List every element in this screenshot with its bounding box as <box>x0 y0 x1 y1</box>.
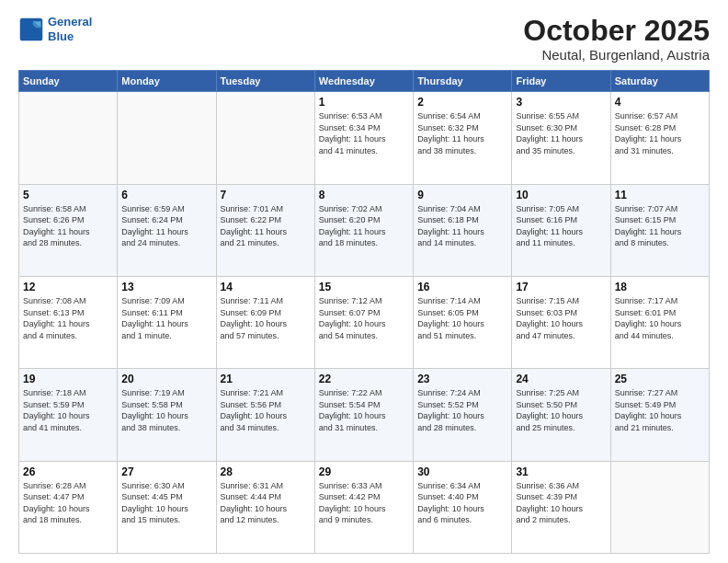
day-number: 24 <box>516 373 606 385</box>
day-number: 17 <box>516 281 606 293</box>
calendar-cell <box>216 92 314 184</box>
day-info: Sunrise: 6:53 AM Sunset: 6:34 PM Dayligh… <box>319 110 409 156</box>
calendar-cell: 17Sunrise: 7:15 AM Sunset: 6:03 PM Dayli… <box>512 276 610 368</box>
day-number: 6 <box>121 189 211 201</box>
calendar-cell: 28Sunrise: 6:31 AM Sunset: 4:44 PM Dayli… <box>216 461 314 553</box>
calendar-cell: 7Sunrise: 7:01 AM Sunset: 6:22 PM Daylig… <box>216 184 314 276</box>
logo: General Blue <box>18 15 92 43</box>
calendar-cell: 11Sunrise: 7:07 AM Sunset: 6:15 PM Dayli… <box>610 184 709 276</box>
day-number: 18 <box>615 281 705 293</box>
day-info: Sunrise: 6:54 AM Sunset: 6:32 PM Dayligh… <box>417 110 507 156</box>
weekday-header-wednesday: Wednesday <box>314 71 413 92</box>
calendar-cell: 9Sunrise: 7:04 AM Sunset: 6:18 PM Daylig… <box>414 184 512 276</box>
week-row-2: 5Sunrise: 6:58 AM Sunset: 6:26 PM Daylig… <box>19 184 710 276</box>
day-number: 21 <box>221 373 311 385</box>
calendar-cell: 15Sunrise: 7:12 AM Sunset: 6:07 PM Dayli… <box>314 276 413 368</box>
day-info: Sunrise: 7:14 AM Sunset: 6:05 PM Dayligh… <box>417 295 507 341</box>
day-number: 25 <box>615 373 705 385</box>
day-info: Sunrise: 7:21 AM Sunset: 5:56 PM Dayligh… <box>221 387 311 433</box>
day-info: Sunrise: 6:55 AM Sunset: 6:30 PM Dayligh… <box>516 110 606 156</box>
day-info: Sunrise: 7:02 AM Sunset: 6:20 PM Dayligh… <box>319 203 409 249</box>
day-number: 31 <box>516 465 606 478</box>
day-number: 15 <box>319 281 409 293</box>
calendar-cell: 8Sunrise: 7:02 AM Sunset: 6:20 PM Daylig… <box>314 184 413 276</box>
location-title: Neutal, Burgenland, Austria <box>523 47 710 63</box>
day-info: Sunrise: 7:27 AM Sunset: 5:49 PM Dayligh… <box>615 387 705 433</box>
day-info: Sunrise: 7:25 AM Sunset: 5:50 PM Dayligh… <box>516 387 606 433</box>
week-row-1: 1Sunrise: 6:53 AM Sunset: 6:34 PM Daylig… <box>19 92 710 184</box>
calendar-cell: 3Sunrise: 6:55 AM Sunset: 6:30 PM Daylig… <box>512 92 610 184</box>
day-info: Sunrise: 6:59 AM Sunset: 6:24 PM Dayligh… <box>121 203 211 249</box>
day-number: 19 <box>23 373 113 385</box>
day-info: Sunrise: 7:07 AM Sunset: 6:15 PM Dayligh… <box>615 203 705 249</box>
weekday-header-sunday: Sunday <box>19 71 118 92</box>
day-number: 30 <box>417 465 507 478</box>
calendar-cell: 29Sunrise: 6:33 AM Sunset: 4:42 PM Dayli… <box>314 461 413 553</box>
calendar-cell: 10Sunrise: 7:05 AM Sunset: 6:16 PM Dayli… <box>512 184 610 276</box>
day-number: 16 <box>417 281 507 293</box>
day-info: Sunrise: 7:08 AM Sunset: 6:13 PM Dayligh… <box>23 295 113 341</box>
day-info: Sunrise: 7:01 AM Sunset: 6:22 PM Dayligh… <box>221 203 311 249</box>
day-info: Sunrise: 7:24 AM Sunset: 5:52 PM Dayligh… <box>417 387 507 433</box>
day-number: 12 <box>23 281 113 293</box>
calendar-cell: 6Sunrise: 6:59 AM Sunset: 6:24 PM Daylig… <box>118 184 216 276</box>
calendar-cell: 16Sunrise: 7:14 AM Sunset: 6:05 PM Dayli… <box>414 276 512 368</box>
calendar-cell: 30Sunrise: 6:34 AM Sunset: 4:40 PM Dayli… <box>414 461 512 553</box>
calendar-cell: 27Sunrise: 6:30 AM Sunset: 4:45 PM Dayli… <box>118 461 216 553</box>
calendar-cell: 31Sunrise: 6:36 AM Sunset: 4:39 PM Dayli… <box>512 461 610 553</box>
calendar-cell: 19Sunrise: 7:18 AM Sunset: 5:59 PM Dayli… <box>19 369 118 461</box>
logo-line2: Blue <box>48 29 92 44</box>
calendar-cell: 4Sunrise: 6:57 AM Sunset: 6:28 PM Daylig… <box>610 92 709 184</box>
day-info: Sunrise: 6:34 AM Sunset: 4:40 PM Dayligh… <box>417 480 507 526</box>
calendar-cell: 13Sunrise: 7:09 AM Sunset: 6:11 PM Dayli… <box>118 276 216 368</box>
day-info: Sunrise: 7:18 AM Sunset: 5:59 PM Dayligh… <box>23 387 113 433</box>
weekday-header-monday: Monday <box>118 71 216 92</box>
day-info: Sunrise: 6:30 AM Sunset: 4:45 PM Dayligh… <box>121 480 211 526</box>
calendar-cell: 5Sunrise: 6:58 AM Sunset: 6:26 PM Daylig… <box>19 184 118 276</box>
weekday-header-saturday: Saturday <box>610 71 709 92</box>
calendar-cell <box>19 92 118 184</box>
day-number: 2 <box>417 96 507 109</box>
calendar-cell: 1Sunrise: 6:53 AM Sunset: 6:34 PM Daylig… <box>314 92 413 184</box>
week-row-3: 12Sunrise: 7:08 AM Sunset: 6:13 PM Dayli… <box>19 276 710 368</box>
day-info: Sunrise: 7:05 AM Sunset: 6:16 PM Dayligh… <box>516 203 606 249</box>
day-number: 29 <box>319 465 409 478</box>
calendar-cell: 12Sunrise: 7:08 AM Sunset: 6:13 PM Dayli… <box>19 276 118 368</box>
header: General Blue October 2025 Neutal, Burgen… <box>18 15 710 63</box>
day-info: Sunrise: 7:09 AM Sunset: 6:11 PM Dayligh… <box>121 295 211 341</box>
day-number: 26 <box>23 465 113 478</box>
day-info: Sunrise: 6:31 AM Sunset: 4:44 PM Dayligh… <box>221 480 311 526</box>
day-info: Sunrise: 7:12 AM Sunset: 6:07 PM Dayligh… <box>319 295 409 341</box>
calendar-cell: 22Sunrise: 7:22 AM Sunset: 5:54 PM Dayli… <box>314 369 413 461</box>
week-row-5: 26Sunrise: 6:28 AM Sunset: 4:47 PM Dayli… <box>19 461 710 553</box>
day-info: Sunrise: 7:15 AM Sunset: 6:03 PM Dayligh… <box>516 295 606 341</box>
weekday-header-friday: Friday <box>512 71 610 92</box>
calendar-cell: 18Sunrise: 7:17 AM Sunset: 6:01 PM Dayli… <box>610 276 709 368</box>
weekday-header-tuesday: Tuesday <box>216 71 314 92</box>
day-number: 9 <box>417 189 507 201</box>
day-number: 28 <box>221 465 311 478</box>
day-number: 5 <box>23 189 113 201</box>
day-number: 3 <box>516 96 606 109</box>
day-number: 8 <box>319 189 409 201</box>
day-info: Sunrise: 6:36 AM Sunset: 4:39 PM Dayligh… <box>516 480 606 526</box>
calendar-cell: 2Sunrise: 6:54 AM Sunset: 6:32 PM Daylig… <box>414 92 512 184</box>
calendar-cell: 26Sunrise: 6:28 AM Sunset: 4:47 PM Dayli… <box>19 461 118 553</box>
day-info: Sunrise: 6:33 AM Sunset: 4:42 PM Dayligh… <box>319 480 409 526</box>
calendar-cell: 25Sunrise: 7:27 AM Sunset: 5:49 PM Dayli… <box>610 369 709 461</box>
calendar-cell: 23Sunrise: 7:24 AM Sunset: 5:52 PM Dayli… <box>414 369 512 461</box>
day-info: Sunrise: 7:11 AM Sunset: 6:09 PM Dayligh… <box>221 295 311 341</box>
calendar-cell: 21Sunrise: 7:21 AM Sunset: 5:56 PM Dayli… <box>216 369 314 461</box>
title-block: October 2025 Neutal, Burgenland, Austria <box>523 15 710 63</box>
logo-line1: General <box>48 15 92 29</box>
day-number: 20 <box>121 373 211 385</box>
calendar-cell <box>610 461 709 553</box>
page: General Blue October 2025 Neutal, Burgen… <box>0 0 728 563</box>
day-number: 7 <box>221 189 311 201</box>
calendar-cell: 24Sunrise: 7:25 AM Sunset: 5:50 PM Dayli… <box>512 369 610 461</box>
calendar-cell: 20Sunrise: 7:19 AM Sunset: 5:58 PM Dayli… <box>118 369 216 461</box>
day-info: Sunrise: 6:28 AM Sunset: 4:47 PM Dayligh… <box>23 480 113 526</box>
day-number: 10 <box>516 189 606 201</box>
weekday-header-thursday: Thursday <box>414 71 512 92</box>
day-number: 14 <box>221 281 311 293</box>
